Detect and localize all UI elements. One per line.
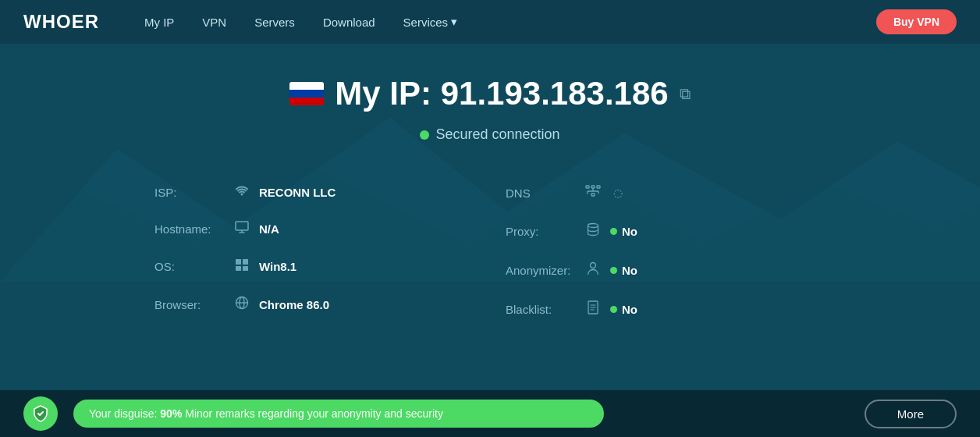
anonymizer-label: Anonymizer: xyxy=(506,264,576,277)
svg-rect-4 xyxy=(243,259,248,265)
disguise-percent: 90% xyxy=(160,407,182,420)
globe-icon xyxy=(234,296,250,313)
browser-row: Browser: Chrome 86.0 xyxy=(139,285,490,324)
more-button[interactable]: More xyxy=(865,400,957,428)
browser-value: Chrome 86.0 xyxy=(259,298,329,311)
blacklist-status-dot xyxy=(610,306,617,313)
nav-links: My IP VPN Servers Download Services ▾ xyxy=(130,0,876,44)
buy-vpn-button[interactable]: Buy VPN xyxy=(876,9,957,34)
loading-spinner-icon: ◌ xyxy=(610,187,626,199)
proxy-label: Proxy: xyxy=(506,225,576,238)
network-icon xyxy=(585,185,601,201)
svg-point-14 xyxy=(591,263,596,268)
svg-rect-11 xyxy=(597,186,600,188)
blacklist-status: No xyxy=(610,303,637,316)
svg-rect-3 xyxy=(236,259,241,265)
chevron-down-icon: ▾ xyxy=(451,15,457,29)
disguise-suffix: Minor remarks regarding your anonymity a… xyxy=(182,407,443,420)
nav-servers[interactable]: Servers xyxy=(240,0,309,44)
info-col-left: ISP: RECONN LLC Hostname: xyxy=(139,174,490,329)
bottom-bar: Your disguise: 90% Minor remarks regardi… xyxy=(0,390,980,437)
monitor-icon xyxy=(234,221,250,236)
list-icon xyxy=(585,300,601,318)
anonymizer-status: No xyxy=(610,264,637,277)
blacklist-label: Blacklist: xyxy=(506,303,576,316)
proxy-status-dot xyxy=(610,228,617,235)
windows-icon xyxy=(234,258,250,274)
blacklist-value: No xyxy=(622,303,637,316)
anonymizer-value: No xyxy=(622,264,637,277)
copy-icon[interactable]: ⧉ xyxy=(680,85,691,103)
browser-label: Browser: xyxy=(154,298,225,311)
disguise-prefix: Your disguise: xyxy=(89,407,160,420)
svg-rect-10 xyxy=(591,186,595,188)
anonymizer-status-dot xyxy=(610,267,617,274)
hostname-value: N/A xyxy=(259,222,279,236)
person-icon xyxy=(585,261,601,279)
proxy-status: No xyxy=(610,225,637,238)
wifi-icon xyxy=(234,185,250,199)
isp-row: ISP: RECONN LLC xyxy=(139,174,490,210)
dns-row: DNS ◌ xyxy=(490,174,841,211)
svg-rect-2 xyxy=(236,222,248,230)
info-grid: ISP: RECONN LLC Hostname: xyxy=(139,174,841,329)
anonymizer-row: Anonymizer: No xyxy=(490,250,841,290)
svg-point-13 xyxy=(588,224,598,228)
database-icon xyxy=(585,222,601,240)
os-row: OS: Win8.1 xyxy=(139,247,490,285)
svg-rect-12 xyxy=(591,194,595,196)
svg-rect-9 xyxy=(586,186,589,188)
proxy-row: Proxy: No xyxy=(490,211,841,250)
os-label: OS: xyxy=(154,260,225,273)
dns-label: DNS xyxy=(506,187,576,200)
navbar: WHOER My IP VPN Servers Download Service… xyxy=(0,0,980,44)
os-value: Win8.1 xyxy=(259,260,296,273)
proxy-value: No xyxy=(622,225,637,238)
disguise-progress-bar: Your disguise: 90% Minor remarks regardi… xyxy=(73,400,604,428)
blacklist-row: Blacklist: No xyxy=(490,290,841,329)
nav-my-ip[interactable]: My IP xyxy=(130,0,188,44)
disguise-text: Your disguise: 90% Minor remarks regardi… xyxy=(89,407,443,420)
svg-rect-5 xyxy=(236,266,241,271)
nav-download[interactable]: Download xyxy=(309,0,389,44)
disguise-shield-icon xyxy=(23,396,58,431)
hostname-label: Hostname: xyxy=(154,222,225,236)
site-logo[interactable]: WHOER xyxy=(23,11,99,33)
nav-services[interactable]: Services ▾ xyxy=(389,0,472,44)
info-col-right: DNS ◌ Proxy: xyxy=(490,174,841,329)
main-content: My IP: 91.193.183.186 ⧉ Secured connecti… xyxy=(0,44,980,329)
svg-rect-6 xyxy=(243,266,248,271)
nav-vpn[interactable]: VPN xyxy=(188,0,240,44)
isp-label: ISP: xyxy=(154,186,225,199)
isp-value: RECONN LLC xyxy=(259,186,336,199)
hostname-row: Hostname: N/A xyxy=(139,210,490,247)
